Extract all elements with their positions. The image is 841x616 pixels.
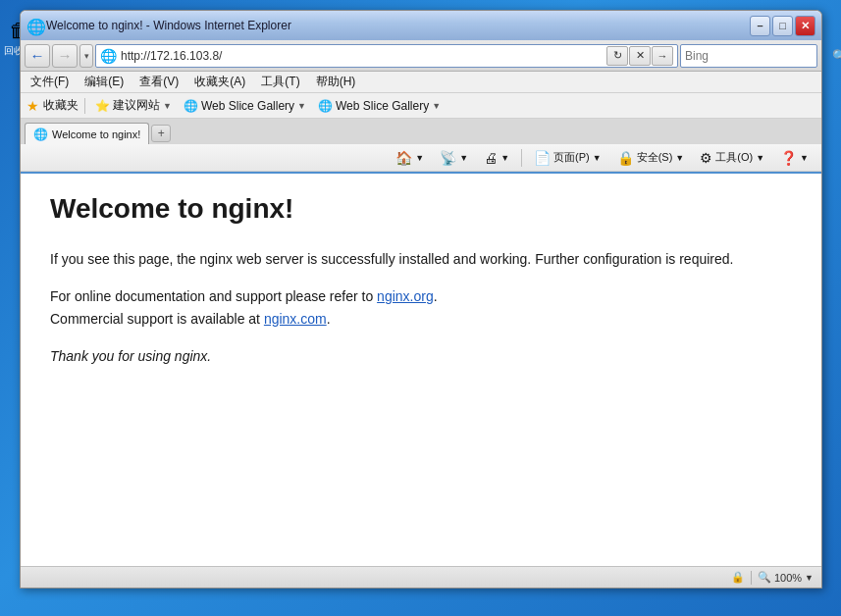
print-button[interactable]: 🖨 ▼ (477, 147, 516, 169)
zoom-label: 100% (774, 572, 802, 584)
security-label: 安全(S) (637, 150, 673, 165)
tab-bar: 🌐 Welcome to nginx! + (21, 119, 821, 144)
help-icon: ❓ (780, 150, 797, 166)
go-button[interactable]: → (652, 46, 673, 66)
fav-item-webslice2-label: Web Slice Gallery (336, 99, 429, 113)
security-icon: 🔒 (617, 150, 634, 166)
menu-view[interactable]: 查看(V) (135, 72, 183, 92)
home-icon: 🏠 (395, 150, 412, 166)
security-dropdown-icon: ▼ (675, 153, 684, 163)
stop-button[interactable]: ✕ (629, 46, 651, 66)
search-input[interactable] (685, 49, 832, 63)
page-icon: 📄 (534, 150, 551, 166)
status-bar: 🔒 🔍 100% ▼ (21, 566, 821, 588)
title-bar-left: 🌐 Welcome to nginx! - Windows Internet E… (26, 18, 291, 33)
security-status: 🔒 (731, 571, 745, 584)
menu-tools[interactable]: 工具(T) (257, 72, 303, 92)
para2-line2-prefix: Commercial support is available at (50, 311, 264, 327)
menu-file[interactable]: 文件(F) (26, 72, 73, 92)
forward-button[interactable]: → (52, 44, 78, 68)
address-bar: 🌐 ↻ ✕ → (95, 44, 678, 68)
page-label: 页面(P) (553, 150, 590, 165)
webslice2-icon: 🌐 (318, 99, 333, 113)
print-icon: 🖨 (484, 150, 498, 166)
page-content: Welcome to nginx! If you see this page, … (21, 172, 821, 566)
print-dropdown-icon: ▼ (500, 153, 509, 163)
favorites-bar: ★ 收藏夹 ⭐ 建议网站 ▼ 🌐 Web Slice Gallery ▼ 🌐 W… (21, 93, 821, 119)
para2-line2-suffix: . (327, 311, 331, 327)
maximize-button[interactable]: □ (772, 16, 793, 36)
new-tab-button[interactable]: + (151, 125, 171, 142)
zoom-dropdown-icon: ▼ (805, 573, 814, 583)
browser-favicon: 🌐 (26, 18, 42, 33)
favorites-label: 收藏夹 (43, 97, 79, 114)
page-dropdown-icon: ▼ (593, 153, 602, 163)
toolbar-separator (521, 149, 522, 167)
navigation-bar: ← → ▾ 🌐 ↻ ✕ → 🔍 (21, 40, 821, 72)
security-status-icon: 🔒 (731, 571, 745, 584)
search-bar: 🔍 (680, 44, 817, 68)
fav-separator-1 (84, 98, 85, 114)
paragraph-1: If you see this page, the nginx web serv… (50, 248, 792, 270)
window-controls: – □ ✕ (750, 16, 815, 36)
help-dropdown-icon: ▼ (800, 153, 809, 163)
paragraph-3: Thank you for using nginx. (50, 345, 792, 367)
menu-bar: 文件(F) 编辑(E) 查看(V) 收藏夹(A) 工具(T) 帮助(H) (21, 72, 821, 93)
tools-icon: ⚙ (700, 150, 712, 166)
back-button[interactable]: ← (25, 44, 50, 68)
webslice2-dropdown-icon: ▼ (432, 101, 441, 111)
tab-favicon: 🌐 (33, 128, 48, 141)
page-heading: Welcome to nginx! (50, 193, 792, 225)
tools-label: 工具(O) (715, 150, 753, 165)
nginx-com-link[interactable]: nginx.com (264, 311, 327, 327)
active-tab[interactable]: 🌐 Welcome to nginx! (25, 123, 149, 144)
window-title: Welcome to nginx! - Windows Internet Exp… (46, 19, 291, 32)
suggested-sites-icon: ⭐ (95, 99, 110, 113)
address-input[interactable] (121, 49, 603, 63)
paragraph-2: For online documentation and support ple… (50, 285, 792, 330)
address-favicon: 🌐 (100, 48, 117, 64)
fav-item-suggested[interactable]: ⭐ 建议网站 ▼ (91, 96, 176, 115)
home-dropdown-icon: ▼ (415, 153, 424, 163)
search-button[interactable]: 🔍 (832, 47, 841, 65)
zoom-status[interactable]: 🔍 100% ▼ (758, 571, 814, 584)
nginx-org-link[interactable]: nginx.org (377, 288, 434, 304)
rss-button[interactable]: 📡 ▼ (433, 147, 475, 169)
menu-favorites[interactable]: 收藏夹(A) (190, 72, 249, 92)
status-separator-1 (751, 571, 752, 585)
fav-item-webslice1-label: Web Slice Gallery (201, 99, 294, 113)
rss-icon: 📡 (440, 150, 456, 166)
fav-item-webslice2[interactable]: 🌐 Web Slice Gallery ▼ (314, 98, 445, 114)
menu-edit[interactable]: 编辑(E) (80, 72, 128, 92)
page-button[interactable]: 📄 页面(P) ▼ (527, 147, 608, 169)
tools-dropdown-icon: ▼ (756, 153, 764, 163)
refresh-icon[interactable]: ↻ (606, 46, 628, 66)
para2-prefix: For online documentation and support ple… (50, 288, 377, 304)
toolbar: 🏠 ▼ 📡 ▼ 🖨 ▼ 📄 页面(P) ▼ 🔒 安全(S) ▼ ⚙ 工具(O) … (21, 144, 821, 172)
webslice1-dropdown-icon: ▼ (297, 101, 306, 111)
suggested-sites-dropdown-icon: ▼ (163, 101, 172, 111)
rss-dropdown-icon: ▼ (459, 153, 468, 163)
address-actions: ↻ ✕ → (606, 46, 673, 66)
security-button[interactable]: 🔒 安全(S) ▼ (610, 147, 692, 169)
close-button[interactable]: ✕ (795, 16, 815, 36)
history-dropdown[interactable]: ▾ (79, 44, 93, 68)
zoom-icon: 🔍 (758, 571, 771, 584)
minimize-button[interactable]: – (750, 16, 770, 36)
fav-item-webslice1[interactable]: 🌐 Web Slice Gallery ▼ (180, 98, 310, 114)
menu-help[interactable]: 帮助(H) (312, 72, 360, 92)
tab-title: Welcome to nginx! (52, 128, 140, 140)
para2-suffix: . (434, 288, 438, 304)
help-button[interactable]: ❓ ▼ (773, 147, 815, 169)
webslice1-icon: 🌐 (184, 99, 198, 113)
favorites-star-icon: ★ (26, 98, 39, 114)
browser-window: 🌐 Welcome to nginx! - Windows Internet E… (20, 10, 822, 589)
fav-item-suggested-label: 建议网站 (113, 97, 160, 114)
tools-button[interactable]: ⚙ 工具(O) ▼ (693, 147, 771, 169)
home-button[interactable]: 🏠 ▼ (389, 147, 431, 169)
title-bar: 🌐 Welcome to nginx! - Windows Internet E… (21, 11, 821, 40)
